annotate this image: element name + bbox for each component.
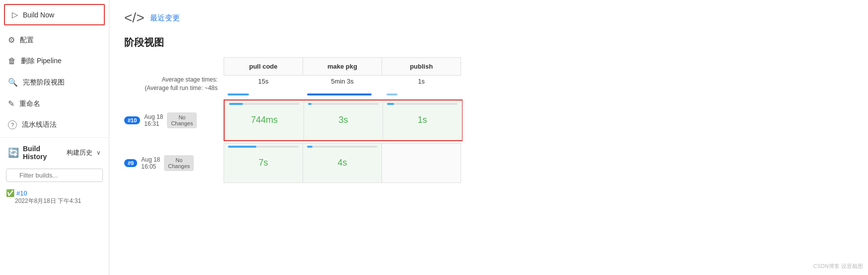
avg-time-2: 1s bbox=[382, 76, 461, 87]
trash-icon: 🗑 bbox=[8, 57, 16, 66]
stage-cells-highlighted-10: 744ms 3s 1s bbox=[224, 99, 463, 141]
success-icon-10: ✅ bbox=[6, 189, 14, 197]
build-now-button[interactable]: ▷ Build Now bbox=[4, 4, 105, 25]
code-icon: </> bbox=[124, 10, 144, 26]
stage-cell-9-0[interactable]: 7s bbox=[224, 143, 303, 183]
build-info-10: Aug 18 16:31 bbox=[144, 113, 163, 127]
build-number-10: ✅ #10 bbox=[6, 189, 103, 197]
stage-cell-10-2[interactable]: 1s bbox=[383, 100, 462, 140]
progress-bar-0 bbox=[224, 92, 303, 96]
cell-progress-fill-9-0 bbox=[228, 146, 256, 148]
stage-cell-10-0[interactable]: 744ms bbox=[225, 100, 304, 140]
build-date-10: 2022年8月18日 下午4:31 bbox=[6, 197, 103, 205]
config-item[interactable]: ⚙ 配置 bbox=[0, 29, 109, 51]
no-changes-btn-9[interactable]: NoChanges bbox=[164, 155, 194, 171]
cell-progress-9-0 bbox=[228, 146, 299, 148]
avg-time-1: 5min 3s bbox=[303, 76, 382, 87]
cell-progress-9-1 bbox=[307, 146, 378, 148]
config-label: 配置 bbox=[20, 36, 34, 45]
progress-bar-1 bbox=[303, 92, 383, 96]
pencil-icon: ✎ bbox=[8, 99, 14, 108]
col-header-1: make pkg bbox=[303, 57, 382, 76]
progress-label-space bbox=[124, 92, 224, 96]
build-badge-9[interactable]: #9 bbox=[124, 159, 137, 167]
stage-cell-9-2[interactable] bbox=[382, 143, 461, 183]
search-icon: 🔍 bbox=[8, 78, 18, 87]
progress-bars-row bbox=[124, 92, 853, 96]
stage-headers-row: pull code make pkg publish bbox=[224, 57, 853, 76]
play-icon: ▷ bbox=[12, 10, 18, 19]
progress-bars bbox=[224, 92, 462, 96]
build-now-label: Build Now bbox=[23, 11, 54, 19]
recent-changes-link[interactable]: 最近变更 bbox=[150, 13, 180, 23]
chevron-down-icon: ∨ bbox=[96, 149, 101, 156]
cell-progress-fill-10-2 bbox=[387, 103, 394, 105]
filter-builds-wrap: 🔍 bbox=[0, 166, 109, 185]
avg-times: 15s 5min 3s 1s bbox=[224, 76, 461, 87]
build-info-9: Aug 18 16:05 bbox=[141, 156, 160, 170]
build-row-10: #10 Aug 18 16:31 NoChanges 744ms bbox=[124, 99, 853, 141]
section-title: 阶段视图 bbox=[124, 36, 853, 49]
cell-progress-10-2 bbox=[387, 103, 458, 105]
build-meta-10: #10 Aug 18 16:31 NoChanges bbox=[124, 112, 224, 128]
stage-view: pull code make pkg publish Average stage… bbox=[124, 57, 853, 185]
build-badge-10[interactable]: #10 bbox=[124, 116, 140, 124]
col-header-0: pull code bbox=[224, 57, 303, 76]
stage-cell-9-1[interactable]: 4s bbox=[303, 143, 382, 183]
full-stage-item[interactable]: 🔍 完整阶段视图 bbox=[0, 72, 109, 93]
pipeline-syntax-label: 流水线语法 bbox=[22, 120, 57, 129]
filter-builds-input[interactable] bbox=[6, 169, 103, 182]
cell-progress-10-0 bbox=[229, 103, 300, 105]
build-item-10[interactable]: ✅ #10 2022年8月18日 下午4:31 bbox=[6, 187, 103, 207]
avg-time-0: 15s bbox=[224, 76, 303, 87]
question-icon: ? bbox=[8, 120, 17, 129]
sidebar: ▷ Build Now ⚙ 配置 🗑 删除 Pipeline 🔍 完整阶段视图 … bbox=[0, 0, 109, 275]
col-header-2: publish bbox=[382, 57, 461, 76]
build-history-header[interactable]: 🔄 Build History 构建历史 ∨ bbox=[0, 140, 109, 166]
pipeline-syntax-item[interactable]: ? 流水线语法 bbox=[0, 114, 109, 135]
cell-progress-fill-9-1 bbox=[307, 146, 313, 148]
main-content: </> 最近变更 阶段视图 pull code make pkg publish… bbox=[109, 0, 868, 275]
avg-times-row: Average stage times: (Average full run t… bbox=[124, 76, 853, 92]
build-history-chinese-title: 构建历史 bbox=[67, 148, 92, 157]
build-list: ✅ #10 2022年8月18日 下午4:31 bbox=[0, 185, 109, 275]
watermark: CSDN博客 设置截图 bbox=[813, 263, 863, 270]
build-meta-9: #9 Aug 18 16:05 NoChanges bbox=[124, 155, 224, 171]
divider bbox=[0, 137, 109, 138]
rename-label: 重命名 bbox=[19, 99, 40, 108]
stage-cells-9: 7s 4s bbox=[224, 143, 461, 183]
build-history-icon: 🔄 bbox=[8, 147, 19, 158]
build-history-title: Build History bbox=[23, 145, 63, 161]
delete-pipeline-label: 删除 Pipeline bbox=[21, 57, 62, 66]
full-stage-label: 完整阶段视图 bbox=[23, 78, 65, 87]
build-history-section: 🔄 Build History 构建历史 ∨ 🔍 ✅ #10 2022年8月18… bbox=[0, 140, 109, 275]
avg-label: Average stage times: (Average full run t… bbox=[124, 76, 224, 92]
cell-progress-10-1 bbox=[308, 103, 379, 105]
build-row-9: #9 Aug 18 16:05 NoChanges 7s bbox=[124, 143, 853, 183]
delete-pipeline-item[interactable]: 🗑 删除 Pipeline bbox=[0, 51, 109, 72]
main-header: </> 最近变更 bbox=[124, 10, 853, 26]
progress-bar-2 bbox=[383, 92, 462, 96]
no-changes-btn-10[interactable]: NoChanges bbox=[167, 112, 197, 128]
cell-progress-fill-10-1 bbox=[308, 103, 312, 105]
filter-input-wrap: 🔍 bbox=[6, 169, 103, 182]
rename-item[interactable]: ✎ 重命名 bbox=[0, 93, 109, 114]
cell-progress-fill-10-0 bbox=[229, 103, 243, 105]
stage-cell-10-1[interactable]: 3s bbox=[304, 100, 383, 140]
gear-icon: ⚙ bbox=[8, 35, 15, 45]
